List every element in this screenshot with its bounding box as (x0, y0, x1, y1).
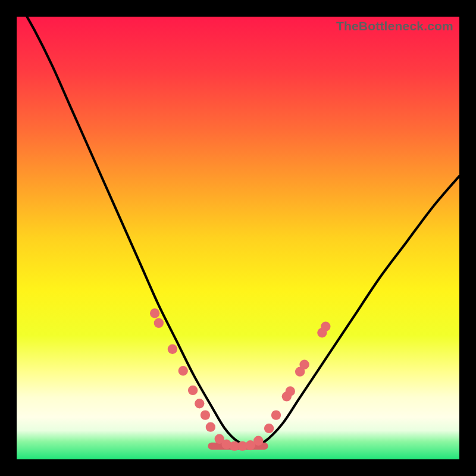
watermark-text: TheBottleneck.com (336, 19, 453, 33)
curve-layer (17, 17, 459, 459)
curve-marker (178, 366, 188, 375)
curve-marker (154, 318, 164, 328)
curve-marker (286, 386, 295, 396)
curve-marker (253, 436, 263, 446)
curve-marker (299, 360, 309, 369)
curve-marker (201, 410, 210, 419)
plot-area: TheBottleneck.com (17, 17, 459, 459)
curve-marker (271, 410, 281, 419)
curve-marker (264, 424, 274, 433)
bottleneck-curve (17, 17, 459, 446)
curve-marker (321, 322, 330, 331)
curve-marker (188, 386, 198, 395)
curve-marker (150, 308, 159, 318)
curve-marker (195, 399, 204, 408)
marker-group (150, 308, 331, 451)
chart-stage: TheBottleneck.com (0, 0, 476, 476)
curve-marker (168, 345, 177, 354)
curve-marker (206, 422, 215, 432)
